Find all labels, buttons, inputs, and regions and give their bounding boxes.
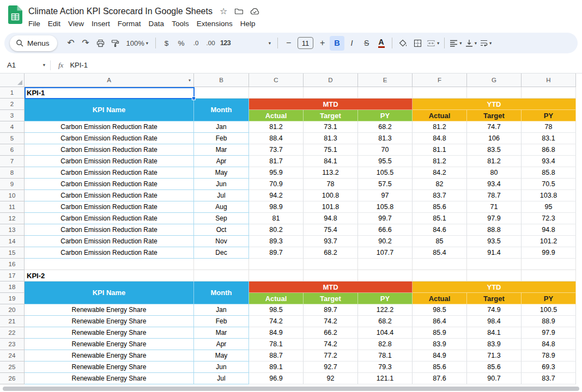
value-cell[interactable]: 92.7 (304, 362, 358, 373)
bold-button[interactable]: B (330, 36, 344, 51)
value-cell[interactable]: 104.4 (358, 327, 413, 339)
vertical-align-button[interactable]: ▾ (464, 36, 478, 51)
value-cell[interactable]: 78.1 (358, 350, 413, 362)
value-cell[interactable]: 95 (522, 201, 576, 213)
kpi-name-cell[interactable]: Carbon Emission Reduction Rate (25, 167, 194, 179)
strikethrough-button[interactable]: S (359, 36, 374, 51)
value-cell[interactable]: 78 (304, 179, 358, 190)
value-cell[interactable]: 80 (467, 167, 522, 179)
value-cell[interactable]: 97.9 (467, 213, 522, 224)
month-cell[interactable]: Feb (194, 133, 249, 144)
name-box[interactable]: A1 ▾ (0, 57, 50, 73)
value-cell[interactable]: 98.4 (467, 316, 522, 327)
kpi-name-header-cell[interactable]: KPI Name (25, 99, 194, 121)
menu-format[interactable]: Format (114, 18, 145, 29)
print-button[interactable] (93, 36, 108, 51)
font-size-input[interactable]: 11 (298, 37, 313, 49)
month-cell[interactable]: Dec (194, 247, 249, 259)
value-cell[interactable]: 98.5 (249, 304, 304, 316)
grid-cell[interactable] (249, 259, 304, 270)
ytd-sub-header-cell[interactable]: PY (522, 110, 576, 121)
value-cell[interactable]: 88.8 (467, 224, 522, 236)
row-header-26[interactable]: 26 (0, 373, 25, 384)
value-cell[interactable]: 88.7 (249, 350, 304, 362)
decrease-font-size-button[interactable]: − (281, 36, 296, 51)
grid-cell[interactable] (304, 87, 358, 99)
month-cell[interactable]: Nov (194, 236, 249, 247)
value-cell[interactable]: 81.2 (413, 121, 467, 133)
grid-cell[interactable] (194, 87, 249, 99)
month-cell[interactable]: May (194, 167, 249, 179)
ytd-header-cell[interactable]: YTD (413, 99, 576, 110)
kpi-name-cell[interactable]: Carbon Emission Reduction Rate (25, 247, 194, 259)
value-cell[interactable]: 94.8 (304, 213, 358, 224)
mtd-header-cell[interactable]: MTD (249, 99, 413, 110)
value-cell[interactable]: 71 (467, 201, 522, 213)
menu-tools[interactable]: Tools (168, 18, 193, 29)
value-cell[interactable]: 105.8 (358, 201, 413, 213)
value-cell[interactable]: 87.6 (413, 373, 467, 384)
value-cell[interactable]: 84.2 (413, 167, 467, 179)
month-cell[interactable]: Feb (194, 316, 249, 327)
month-cell[interactable]: Oct (194, 224, 249, 236)
column-header-B[interactable]: B (194, 74, 249, 87)
value-cell[interactable]: 84.1 (304, 156, 358, 167)
value-cell[interactable]: 90.2 (358, 236, 413, 247)
value-cell[interactable]: 93.5 (467, 236, 522, 247)
mtd-sub-header-cell[interactable]: PY (358, 110, 413, 121)
text-wrap-button[interactable]: ▾ (478, 36, 493, 51)
value-cell[interactable]: 93.4 (467, 179, 522, 190)
row-header-18[interactable]: 18 (0, 281, 25, 293)
text-color-button[interactable]: A (374, 36, 389, 51)
value-cell[interactable]: 84.9 (249, 327, 304, 339)
value-cell[interactable]: 82.8 (358, 339, 413, 350)
italic-button[interactable]: I (344, 36, 359, 51)
row-header-14[interactable]: 14 (0, 236, 25, 247)
grid-cell[interactable] (249, 87, 304, 99)
value-cell[interactable]: 81.3 (304, 133, 358, 144)
row-header-23[interactable]: 23 (0, 339, 25, 350)
kpi-name-cell[interactable]: Renewable Energy Share (25, 304, 194, 316)
value-cell[interactable]: 85.8 (522, 167, 576, 179)
value-cell[interactable]: 91.4 (467, 247, 522, 259)
value-cell[interactable]: 98.9 (249, 201, 304, 213)
value-cell[interactable]: 86.4 (413, 316, 467, 327)
value-cell[interactable]: 74.2 (304, 316, 358, 327)
undo-button[interactable]: ↶ (64, 36, 78, 51)
value-cell[interactable]: 99.9 (522, 247, 576, 259)
grid-cell[interactable] (467, 259, 522, 270)
value-cell[interactable]: 75.1 (304, 144, 358, 156)
value-cell[interactable]: 93.7 (304, 236, 358, 247)
row-header-19[interactable]: 19 (0, 293, 25, 304)
row-header-12[interactable]: 12 (0, 213, 25, 224)
value-cell[interactable]: 89.3 (249, 236, 304, 247)
month-header-cell[interactable]: Month (194, 99, 249, 121)
value-cell[interactable]: 84.9 (413, 350, 467, 362)
value-cell[interactable]: 84.8 (413, 133, 467, 144)
value-cell[interactable]: 66.6 (358, 224, 413, 236)
grid-cell[interactable] (413, 87, 467, 99)
month-cell[interactable]: Mar (194, 327, 249, 339)
value-cell[interactable]: 88.9 (522, 316, 576, 327)
kpi-name-cell[interactable]: Renewable Energy Share (25, 373, 194, 384)
value-cell[interactable]: 89.1 (249, 362, 304, 373)
value-cell[interactable]: 121.1 (358, 373, 413, 384)
value-cell[interactable]: 100.8 (304, 190, 358, 201)
value-cell[interactable]: 68.2 (304, 247, 358, 259)
value-cell[interactable]: 68.2 (358, 316, 413, 327)
kpi-name-cell[interactable]: Carbon Emission Reduction Rate (25, 179, 194, 190)
kpi-name-cell[interactable]: Renewable Energy Share (25, 362, 194, 373)
month-cell[interactable]: Jan (194, 304, 249, 316)
value-cell[interactable]: 73.7 (249, 144, 304, 156)
value-cell[interactable]: 98.5 (413, 304, 467, 316)
grid-cell[interactable] (194, 259, 249, 270)
value-cell[interactable]: 79.3 (358, 362, 413, 373)
value-cell[interactable]: 83.7 (522, 373, 576, 384)
column-dropdown-icon[interactable]: ▾ (189, 78, 191, 83)
increase-font-size-button[interactable]: + (315, 36, 330, 51)
row-header-3[interactable]: 3 (0, 110, 25, 121)
ytd-sub-header-cell[interactable]: PY (522, 293, 576, 304)
value-cell[interactable]: 100.5 (522, 304, 576, 316)
value-cell[interactable]: 82 (413, 179, 467, 190)
kpi-name-cell[interactable]: Carbon Emission Reduction Rate (25, 236, 194, 247)
